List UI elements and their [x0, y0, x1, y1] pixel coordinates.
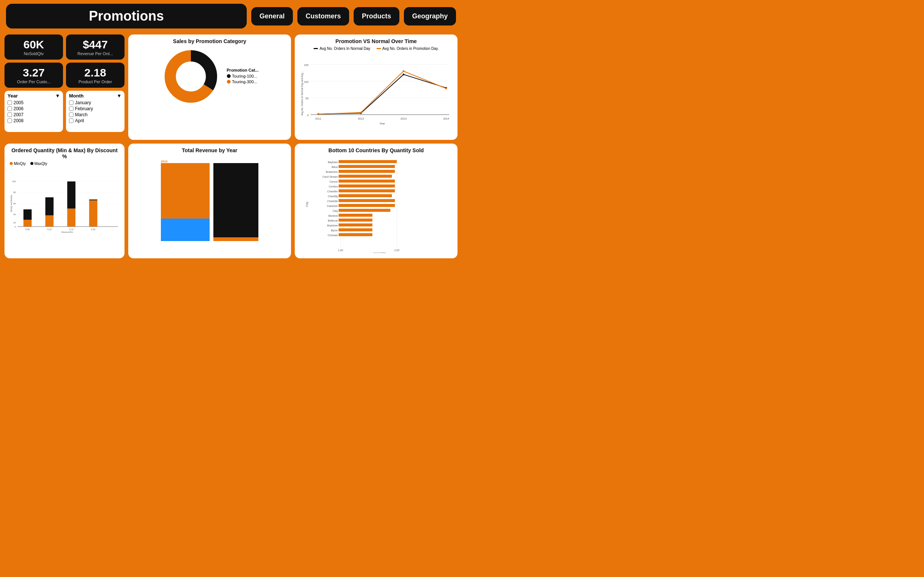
month-filter-header: Month ▼ — [69, 93, 121, 98]
line-chart-svg: 150 100 50 0 Avg No. Orders In Normal Da… — [300, 52, 452, 135]
year-2008[interactable]: 2008 — [8, 118, 60, 123]
kpi-orderper-value: 3.27 — [10, 66, 58, 79]
hbar-title: Bottom 10 Countries By Quantity Sold — [300, 147, 452, 153]
bar-legend: MinQty MaxQty — [10, 161, 119, 166]
hbar-panel: Bottom 10 Countries By Quantity Sold 1.0… — [295, 143, 458, 258]
svg-text:Clarkston: Clarkston — [327, 205, 338, 207]
year-2006[interactable]: 2006 — [8, 106, 60, 111]
hbar-chart-svg: 1.00 2.00 NoSoldQty Baytown Biloxi Brade… — [300, 156, 452, 253]
svg-text:NoSoldQty: NoSoldQty — [374, 252, 386, 253]
promo-line — [318, 71, 446, 114]
svg-text:0: 0 — [307, 114, 309, 117]
nav-geography-button[interactable]: Geography — [404, 7, 456, 26]
svg-text:0.10: 0.10 — [47, 228, 52, 230]
svg-point-28 — [445, 88, 447, 90]
svg-text:(67.61%): (67.61%) — [184, 87, 197, 91]
kpi-productper: 2.18 Product Per Order — [66, 63, 124, 88]
svg-point-27 — [403, 70, 405, 72]
nav-customers-button[interactable]: Customers — [297, 7, 349, 26]
svg-text:(32.39%): (32.39%) — [184, 68, 197, 72]
svg-text:Avg No. Orders In Normal Day a: Avg No. Orders In Normal Day and Avg... — [301, 71, 304, 116]
stacked-2013 — [161, 163, 210, 219]
year-filter-label: Year — [8, 93, 18, 98]
bar-chehalis — [339, 233, 373, 236]
main-grid: 60K NoSoldQtv $447 Revenue Per Ord... 3.… — [0, 32, 462, 262]
line-panel: Promotion VS Normal Over Time Avg No. Or… — [295, 34, 458, 140]
minqty-legend: MinQty — [10, 161, 26, 166]
stacked-panel: Total Revenue by Year 2013 2012 2011 — [128, 143, 291, 258]
bar-chantilly — [339, 194, 392, 197]
stacked-2012 — [213, 163, 258, 241]
bar-charlotte — [339, 199, 395, 202]
svg-text:City: City — [305, 202, 309, 207]
kpi-productper-label: Product Per Order — [71, 79, 119, 84]
month-february[interactable]: February — [69, 106, 121, 111]
stacked-title: Total Revenue by Year — [134, 147, 286, 153]
minqty-dot — [10, 162, 13, 165]
svg-text:1.00: 1.00 — [338, 249, 343, 251]
bar-0-min — [24, 220, 32, 226]
filter-row: Year ▼ 2005 2006 2007 2008 Month ▼ Janua… — [5, 91, 124, 132]
svg-text:2012: 2012 — [358, 117, 364, 120]
kpi-orderper-label: Order Per Custo... — [10, 79, 58, 84]
touring100-dot — [227, 74, 231, 78]
header: Promotions General Customers Products Ge… — [0, 0, 462, 32]
bar-0-max — [24, 209, 32, 220]
svg-text:Charlotte: Charlotte — [327, 200, 338, 203]
left-panel: 60K NoSoldQtv $447 Revenue Per Ord... 3.… — [5, 34, 124, 140]
bar-clay — [339, 209, 390, 212]
year-2007[interactable]: 2007 — [8, 112, 60, 118]
nav-products-button[interactable]: Products — [354, 7, 399, 26]
month-march[interactable]: March — [69, 112, 121, 118]
kpi-nosoldqtv-label: NoSoldQtv — [10, 52, 58, 56]
kpi-revenue: $447 Revenue Per Ord... — [66, 34, 124, 60]
nav-general-button[interactable]: General — [251, 7, 293, 26]
month-january[interactable]: January — [69, 100, 121, 105]
svg-text:150: 150 — [304, 63, 309, 67]
year-2005[interactable]: 2005 — [8, 100, 60, 105]
svg-text:2013: 2013 — [400, 117, 406, 120]
donut-title: Sales by Promotion Category — [134, 38, 286, 44]
month-filter-chevron: ▼ — [117, 93, 121, 98]
legend-touring100: Touring-100... — [227, 74, 259, 78]
kpi-productper-value: 2.18 — [71, 66, 119, 79]
bar-bellevue — [339, 219, 373, 222]
month-april[interactable]: April — [69, 118, 121, 123]
svg-text:2013: 2013 — [161, 160, 168, 163]
svg-text:0: 0 — [15, 226, 16, 228]
line-legend: Avg No. Orders In Normal Day Avg No. Ord… — [300, 47, 452, 51]
month-filter-label: Month — [69, 93, 84, 98]
kpi-nosoldqtv-value: 60K — [10, 38, 58, 51]
kpi-nosoldqtv: 60K NoSoldQtv — [5, 34, 63, 60]
svg-text:2014: 2014 — [443, 117, 449, 120]
normal-line-icon — [313, 48, 318, 49]
bar-carson — [339, 180, 395, 182]
svg-text:2012: 2012 — [217, 160, 224, 163]
bar-carolstream — [339, 175, 392, 178]
bar-3-max — [89, 200, 97, 200]
svg-text:50: 50 — [306, 97, 309, 100]
year-filter: Year ▼ 2005 2006 2007 2008 — [5, 91, 63, 132]
promo-line-icon — [376, 48, 381, 49]
svg-point-23 — [403, 74, 405, 75]
svg-point-26 — [360, 112, 362, 114]
month-filter: Month ▼ January February March April — [66, 91, 124, 132]
donut-panel: Sales by Promotion Category $13.66K (32.… — [128, 34, 291, 140]
svg-point-25 — [317, 113, 319, 115]
bar-biloxi — [339, 165, 395, 168]
stacked-chart-svg: 2013 2012 2011 — [134, 156, 286, 246]
bar-baytown — [339, 160, 397, 163]
svg-text:Chehalis: Chehalis — [328, 234, 338, 237]
bar-clarkston — [339, 204, 395, 207]
legend-touring300: Touring-300... — [227, 79, 259, 84]
bar-byron — [339, 228, 373, 231]
kpi-revenue-label: Revenue Per Ord... — [71, 52, 119, 56]
svg-text:Bellevue: Bellevue — [328, 219, 338, 222]
bar-bradenton — [339, 170, 395, 173]
svg-text:$13.66K: $13.66K — [184, 64, 198, 68]
page-title: Promotions — [29, 8, 224, 24]
touring300-dot — [227, 80, 231, 84]
bar-2-min — [67, 208, 75, 226]
donut-legend: Promotion Cat... Touring-100... Touring-… — [227, 68, 259, 85]
touring300-label: Touring-300... — [232, 79, 257, 84]
